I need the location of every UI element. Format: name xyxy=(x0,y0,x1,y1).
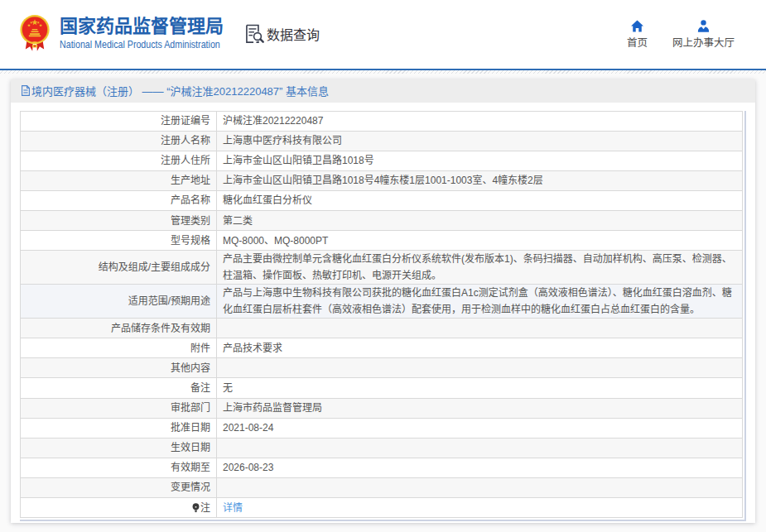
row-value: 详情 xyxy=(217,498,743,518)
row-value: 产品与上海惠中生物科技有限公司获批的糖化血红蛋白A1c测定试剂盒（高效液相色谱法… xyxy=(217,285,743,319)
panel-title-bar: 境内医疗器械（注册） —— “沪械注准20212220487” 基本信息 xyxy=(11,79,755,103)
service-hall-link[interactable]: 网上办事大厅 xyxy=(672,20,735,49)
table-row: 有效期至2026-08-23 xyxy=(21,458,743,477)
row-label: 型号规格 xyxy=(21,231,217,251)
row-label: 审批部门 xyxy=(21,398,217,418)
row-value: 产品技术要求 xyxy=(217,338,743,358)
home-link[interactable]: 首页 xyxy=(627,20,648,49)
table-row: 产品储存条件及有效期 xyxy=(21,319,743,338)
row-label: 注 xyxy=(21,498,217,518)
row-label: 产品储存条件及有效期 xyxy=(21,319,217,338)
table-row: 型号规格MQ-8000、MQ-8000PT xyxy=(21,231,743,251)
row-label: 适用范围/预期用途 xyxy=(21,285,217,319)
table-row: 其他内容 xyxy=(21,358,743,378)
row-value: 无 xyxy=(217,378,743,398)
row-value xyxy=(217,319,743,338)
data-query-section[interactable]: 数据查询 xyxy=(245,24,320,44)
agency-logo[interactable]: 国家药品监督管理局 National Medical Products Admi… xyxy=(19,13,255,52)
table-row: 注册证编号沪械注准20212220487 xyxy=(21,111,743,131)
national-emblem-icon xyxy=(19,13,51,52)
row-value: MQ-8000、MQ-8000PT xyxy=(217,231,743,251)
agency-name-en: National Medical Products Administration xyxy=(60,39,220,50)
row-value xyxy=(217,438,743,458)
table-row: 审批部门上海市药品监督管理局 xyxy=(21,398,743,418)
table-row: 生产地址上海市金山区山阳镇卫昌路1018号4幢东楼1层1001-1003室、4幢… xyxy=(21,170,743,190)
row-label: 产品名称 xyxy=(21,190,217,210)
table-row: 生效日期 xyxy=(21,438,743,458)
page-title: 境内医疗器械（注册） —— “沪械注准20212220487” 基本信息 xyxy=(31,83,329,98)
row-value xyxy=(217,477,743,497)
section-title: 数据查询 xyxy=(267,24,320,44)
row-value: 2026-08-23 xyxy=(217,458,743,477)
table-row: 批准日期2021-08-24 xyxy=(21,418,743,438)
detail-table: 注册证编号沪械注准20212220487 注册人名称上海惠中医疗科技有限公司 注… xyxy=(20,111,743,519)
row-label: 附件 xyxy=(21,338,217,358)
row-value xyxy=(217,358,743,378)
row-value: 第二类 xyxy=(217,210,743,230)
table-row-highlighted: 适用范围/预期用途产品与上海惠中生物科技有限公司获批的糖化血红蛋白A1c测定试剂… xyxy=(21,285,743,319)
user-icon xyxy=(697,20,710,32)
row-value: 产品主要由微控制单元含糖化血红蛋白分析仪系统软件(发布版本1)、条码扫描器、自动… xyxy=(217,251,743,285)
table-row: 注册人住所上海市金山区山阳镇卫昌路1018号 xyxy=(21,151,743,170)
row-label: 结构及组成/主要组成成分 xyxy=(21,251,217,285)
agency-name-cn: 国家药品监督管理局 xyxy=(60,16,255,36)
row-value: 糖化血红蛋白分析仪 xyxy=(217,190,743,210)
document-icon xyxy=(22,85,30,96)
table-area: 注册证编号沪械注准20212220487 注册人名称上海惠中医疗科技有限公司 注… xyxy=(20,111,746,522)
row-label: 变更情况 xyxy=(21,477,217,497)
row-label: 备注 xyxy=(21,378,217,398)
table-row: 产品名称糖化血红蛋白分析仪 xyxy=(21,190,743,210)
data-search-icon xyxy=(245,24,265,44)
table-row: 注 详情 xyxy=(21,498,743,518)
row-value: 2021-08-24 xyxy=(217,418,743,438)
table-wrap: 注册证编号沪械注准20212220487 注册人名称上海惠中医疗科技有限公司 注… xyxy=(20,111,746,522)
table-row: 变更情况 xyxy=(21,477,743,497)
row-label: 有效期至 xyxy=(21,458,217,477)
row-label: 注册人住所 xyxy=(21,151,217,170)
agency-titles: 国家药品监督管理局 National Medical Products Admi… xyxy=(60,16,255,50)
row-label: 生产地址 xyxy=(21,170,217,190)
row-label: 批准日期 xyxy=(21,418,217,438)
row-value: 上海市金山区山阳镇卫昌路1018号 xyxy=(217,151,743,170)
site-header: 国家药品监督管理局 National Medical Products Admi… xyxy=(0,0,766,69)
row-value: 沪械注准20212220487 xyxy=(217,111,743,131)
home-link-label: 首页 xyxy=(627,37,648,49)
table-row: 备注无 xyxy=(21,378,743,398)
row-label: 其他内容 xyxy=(21,358,217,378)
row-value: 上海市金山区山阳镇卫昌路1018号4幢东楼1层1001-1003室、4幢东楼2层 xyxy=(217,170,743,190)
row-label: 注册证编号 xyxy=(21,111,217,131)
row-label-text: 注 xyxy=(200,502,210,514)
table-row: 管理类别第二类 xyxy=(21,210,743,230)
row-label: 管理类别 xyxy=(21,210,217,230)
service-hall-link-label: 网上办事大厅 xyxy=(672,37,735,49)
table-row: 结构及组成/主要组成成分产品主要由微控制单元含糖化血红蛋白分析仪系统软件(发布版… xyxy=(21,251,743,285)
detail-link[interactable]: 详情 xyxy=(223,502,243,514)
page-content: 境内医疗器械（注册） —— “沪械注准20212220487” 基本信息 注册证… xyxy=(0,74,766,524)
quick-links: 首页 网上办事大厅 xyxy=(627,20,735,49)
table-row: 附件产品技术要求 xyxy=(21,338,743,358)
table-row: 注册人名称上海惠中医疗科技有限公司 xyxy=(21,131,743,151)
row-label: 生效日期 xyxy=(21,438,217,458)
row-value: 上海市药品监督管理局 xyxy=(217,398,743,418)
home-icon xyxy=(631,20,643,32)
detail-panel: 境内医疗器械（注册） —— “沪械注准20212220487” 基本信息 注册证… xyxy=(11,79,755,524)
row-label: 注册人名称 xyxy=(21,131,217,151)
bulb-icon xyxy=(192,503,200,513)
row-value: 上海惠中医疗科技有限公司 xyxy=(217,131,743,151)
